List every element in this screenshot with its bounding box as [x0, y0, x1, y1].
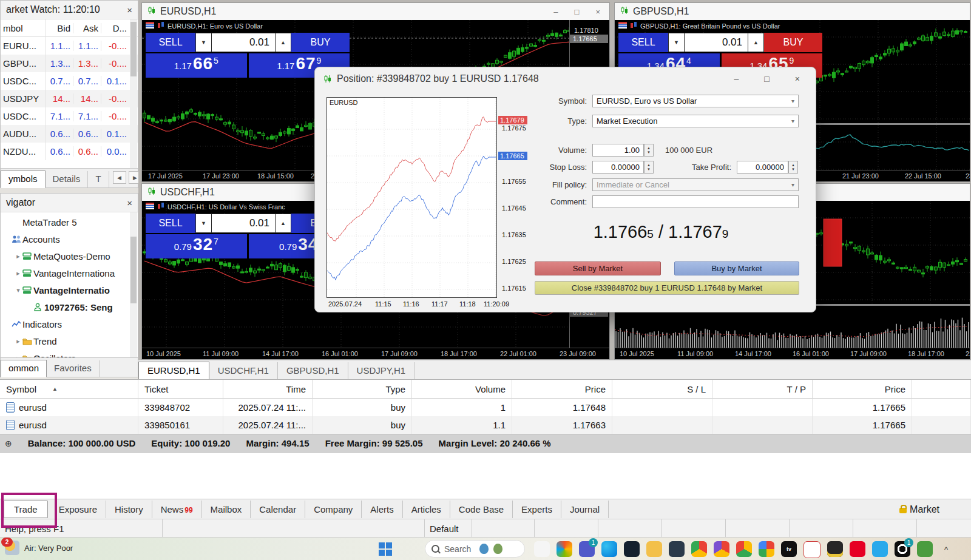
teams-icon[interactable]: 1: [579, 541, 595, 557]
person-icon[interactable]: [669, 541, 685, 557]
navigator-item-vantageinternationa[interactable]: ▸VantageInternationa: [3, 265, 138, 282]
expander-expanded-icon[interactable]: ▾: [14, 286, 22, 294]
column-header-mbol[interactable]: mbol: [1, 19, 46, 36]
volume-increase-icon[interactable]: ▲: [748, 33, 764, 52]
volume-dropdown-icon[interactable]: ▼: [195, 33, 212, 52]
market-watch-row[interactable]: GBPU...1.3...1.3...-0....: [1, 55, 138, 72]
column-header-Bid[interactable]: Bid: [46, 23, 73, 33]
toolbox-tab-code-base[interactable]: Code Base: [450, 501, 513, 518]
toolbox-tab-calendar[interactable]: Calendar: [251, 501, 305, 518]
navigator-item-accounts[interactable]: Accounts: [3, 231, 138, 248]
chart-window-titlebar[interactable]: GBPUSD,H1: [615, 3, 970, 21]
folder-icon[interactable]: [646, 541, 662, 557]
toolbox-tab-articles[interactable]: Articles: [403, 501, 450, 518]
chart-tab-USDCHF-H1[interactable]: USDCHF,H1: [209, 362, 278, 380]
symbol-select[interactable]: EURUSD, Euro vs US Dollar▾: [592, 95, 799, 107]
copilot-icon[interactable]: [557, 541, 572, 557]
close-icon[interactable]: ×: [127, 198, 132, 208]
buy-by-market-button[interactable]: Buy by Market: [674, 261, 799, 275]
volume-input[interactable]: 0.01: [212, 214, 275, 233]
sell-button[interactable]: SELL: [146, 214, 195, 233]
navigator-item-10972765-seng[interactable]: 10972765: Seng: [3, 299, 138, 315]
market-watch-row[interactable]: USDJPY14...14...-0....: [1, 90, 138, 107]
maximize-icon[interactable]: □: [764, 74, 769, 84]
navigator-tab-Favorites[interactable]: Favorites: [47, 360, 100, 377]
market-watch-row[interactable]: AUDU...0.6...0.6...0.1...: [1, 125, 138, 143]
market-watch-tab-ymbols[interactable]: ymbols: [1, 170, 46, 188]
column-header-price[interactable]: Price: [813, 380, 912, 399]
expand-icon[interactable]: ⊕: [5, 439, 12, 448]
chrome-profile-a-icon[interactable]: [714, 541, 729, 557]
column-header-time[interactable]: Time: [223, 380, 313, 399]
navigator-scrollbar[interactable]: [130, 212, 137, 358]
takeprofit-spinner[interactable]: ▲▼: [788, 161, 798, 174]
volume-input[interactable]: 0.01: [212, 33, 275, 52]
time-axis[interactable]: 10 Jul 202511 Jul 09:0014 Jul 17:0016 Ju…: [142, 348, 609, 359]
chrome-icon[interactable]: [691, 541, 707, 557]
telegram-icon[interactable]: [872, 541, 888, 557]
chart-tab-EURUSD-H1[interactable]: EURUSD,H1: [138, 362, 209, 380]
status-profile[interactable]: Default: [425, 519, 472, 538]
market-watch-row[interactable]: USDC...7.1...7.1...-0....: [1, 107, 138, 125]
minimize-icon[interactable]: –: [553, 7, 558, 16]
pinterest-icon[interactable]: [850, 541, 865, 557]
edge-icon[interactable]: [601, 541, 617, 557]
volume-dropdown-icon[interactable]: ▼: [668, 33, 685, 52]
maximize-icon[interactable]: □: [575, 7, 580, 16]
column-header-tp[interactable]: T / P: [712, 380, 813, 399]
market-watch-tab-Details[interactable]: Details: [46, 171, 89, 187]
leaf-icon[interactable]: [917, 541, 933, 557]
expander-collapsed-icon[interactable]: ▸: [14, 252, 22, 260]
position-row[interactable]: eurusd3398501612025.07.24 11:...buy1.11.…: [0, 416, 971, 434]
navigator-item-indicators[interactable]: Indicators: [3, 315, 138, 332]
steam-icon[interactable]: [624, 541, 640, 557]
toolbox-tab-news[interactable]: News99: [152, 501, 202, 518]
type-select[interactable]: Market Execution▾: [592, 115, 799, 127]
market-watch-scrollbar[interactable]: [130, 19, 137, 169]
chart-tab-GBPUSD-H1[interactable]: GBPUSD,H1: [278, 362, 348, 380]
buy-button[interactable]: BUY: [291, 33, 350, 52]
taskbar-search[interactable]: Search: [425, 540, 525, 558]
openai-icon[interactable]: 1: [895, 541, 910, 557]
market-watch-header[interactable]: mbolBidAskD...: [1, 19, 138, 37]
toolbox-tab-experts[interactable]: Experts: [513, 501, 561, 518]
volume-increase-icon[interactable]: ▲: [275, 214, 291, 233]
close-icon[interactable]: ×: [127, 5, 132, 15]
column-header-type[interactable]: Type: [313, 380, 412, 399]
volume-spinner[interactable]: ▲▼: [644, 144, 654, 157]
toolbox-tab-company[interactable]: Company: [305, 501, 362, 518]
market-indicator[interactable]: Market: [899, 504, 971, 515]
google-icon[interactable]: [759, 541, 774, 557]
sell-button[interactable]: SELL: [146, 33, 195, 52]
column-header-Ask[interactable]: Ask: [73, 23, 101, 33]
expander-collapsed-icon[interactable]: ▸: [14, 269, 22, 277]
tv-icon[interactable]: tv: [781, 541, 797, 557]
volume-dropdown-icon[interactable]: ▼: [195, 214, 212, 233]
column-header-sl[interactable]: S / L: [612, 380, 712, 399]
navigator-item-metatrader-5[interactable]: MetaTrader 5: [3, 214, 138, 231]
minimize-icon[interactable]: –: [734, 74, 739, 84]
comment-input[interactable]: [592, 195, 799, 208]
navigator-item-metaquotes-demo[interactable]: ▸MetaQuotes-Demo: [3, 248, 138, 265]
position-row[interactable]: eurusd3398487022025.07.24 11:...buy11.17…: [0, 399, 971, 416]
chart-window-titlebar[interactable]: EURUSD,H1–□×: [142, 3, 609, 21]
toolbox-tab-alerts[interactable]: Alerts: [362, 501, 402, 518]
close-position-button[interactable]: Close #339848702 buy 1 EURUSD 1.17648 by…: [535, 281, 799, 295]
fillpolicy-select[interactable]: Immediate or Cancel▾: [592, 178, 799, 191]
dialog-titlebar[interactable]: Position: #339848702 buy 1 EURUSD 1.1764…: [315, 67, 816, 90]
column-header-symbol[interactable]: Symbol▲: [0, 380, 138, 399]
toolbox-tab-journal[interactable]: Journal: [561, 501, 609, 518]
takeprofit-input[interactable]: 0.00000: [737, 161, 788, 174]
navigator-item-trend[interactable]: ▸Trend: [3, 332, 138, 349]
chart-tab-USDJPY-H1[interactable]: USDJPY,H1: [348, 362, 415, 380]
chrome-profile-b-icon[interactable]: [736, 541, 752, 557]
column-header-ticket[interactable]: Ticket: [138, 380, 223, 399]
sell-by-market-button[interactable]: Sell by Market: [535, 261, 661, 275]
market-watch-tab-T[interactable]: T: [88, 171, 109, 187]
screen-dark-icon[interactable]: [827, 541, 843, 557]
toolbox-tab-history[interactable]: History: [106, 501, 152, 518]
navigator-item-vantageinternatio[interactable]: ▾VantageInternatio: [3, 282, 138, 299]
close-icon[interactable]: ×: [795, 74, 800, 84]
market-watch-row[interactable]: USDC...0.7...0.7...0.1...: [1, 72, 138, 90]
market-watch-row[interactable]: NZDU...0.6...0.6...0.0...: [1, 143, 138, 160]
